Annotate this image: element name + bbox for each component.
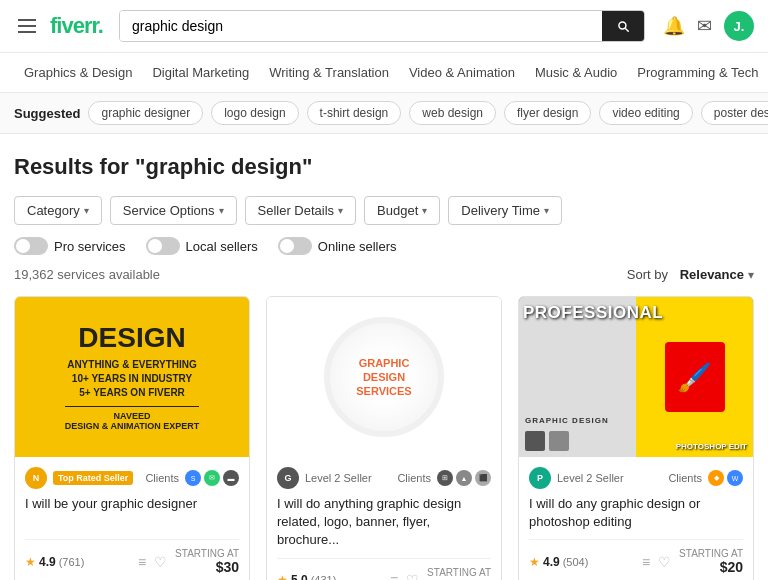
service-options-filter[interactable]: Service Options ▾ xyxy=(110,196,237,225)
client-icon-6: ⬛ xyxy=(475,470,491,486)
suggested-bar: Suggested graphic designer logo design t… xyxy=(0,93,768,134)
tag-web-design[interactable]: web design xyxy=(409,101,496,125)
results-title: Results for "graphic design" xyxy=(14,154,754,180)
card-2[interactable]: GRAPHICDESIGNSERVICES G Level 2 Seller C… xyxy=(266,296,502,580)
avatar[interactable]: J. xyxy=(724,11,754,41)
clients-label-1: Clients xyxy=(145,472,179,484)
results-count: 19,362 services available xyxy=(14,267,160,282)
card-2-title: I will do anything graphic design relate… xyxy=(277,495,491,550)
seller-avatar-2: G xyxy=(277,467,299,489)
star-icon-2: ★ xyxy=(277,573,288,580)
client-icon-5: ▲ xyxy=(456,470,472,486)
filters-row: Category ▾ Service Options ▾ Seller Deta… xyxy=(14,196,754,225)
heart-icon-2[interactable]: ♡ xyxy=(406,572,419,580)
review-count-1: (761) xyxy=(59,556,85,568)
budget-filter[interactable]: Budget ▾ xyxy=(364,196,440,225)
nav-item-digital-marketing[interactable]: Digital Marketing xyxy=(142,53,259,92)
starting-at-label-1: STARTING AT xyxy=(175,548,239,559)
star-icon-3: ★ xyxy=(529,555,540,569)
card-1-subtext: ANYTHING & EVERYTHING10+ YEARS IN INDUST… xyxy=(67,358,197,400)
level-2-badge-2: Level 2 Seller xyxy=(305,472,372,484)
list-icon-1[interactable]: ≡ xyxy=(138,554,146,570)
star-icon: ★ xyxy=(25,555,36,569)
heart-icon-3[interactable]: ♡ xyxy=(658,554,671,570)
online-sellers-toggle[interactable]: Online sellers xyxy=(278,237,397,255)
rating-value-2: 5.0 xyxy=(291,573,308,580)
card-3[interactable]: GRAPHIC DESIGN 🖌️ PROFESSIONAL PHOTOSHOP… xyxy=(518,296,754,580)
card-3-title: I will do any graphic design or photosho… xyxy=(529,495,743,531)
results-bar: 19,362 services available Sort by Releva… xyxy=(14,267,754,282)
chevron-down-icon: ▾ xyxy=(544,205,549,216)
client-icon-4: ⊞ xyxy=(437,470,453,486)
tag-poster-design[interactable]: poster design xyxy=(701,101,768,125)
cards-grid: DESIGN ANYTHING & EVERYTHING10+ YEARS IN… xyxy=(14,296,754,580)
search-bar xyxy=(119,10,645,42)
client-icon-1: S xyxy=(185,470,201,486)
category-nav: Graphics & Design Digital Marketing Writ… xyxy=(0,53,768,93)
hamburger-menu[interactable] xyxy=(14,15,40,37)
price-3: $20 xyxy=(679,559,743,575)
nav-item-writing[interactable]: Writing & Translation xyxy=(259,53,399,92)
toggles-row: Pro services Local sellers Online seller… xyxy=(14,237,754,255)
level-2-badge-3: Level 2 Seller xyxy=(557,472,624,484)
suggested-label: Suggested xyxy=(14,106,80,121)
tag-logo-design[interactable]: logo design xyxy=(211,101,298,125)
starting-at-label-3: STARTING AT xyxy=(679,548,743,559)
clients-label-2: Clients xyxy=(397,472,431,484)
search-button[interactable] xyxy=(602,11,644,41)
mail-icon[interactable]: ✉ xyxy=(697,15,712,37)
header: fiverr. 🔔 ✉ J. xyxy=(0,0,768,53)
list-icon-2[interactable]: ≡ xyxy=(390,572,398,580)
tag-video-editing[interactable]: video editing xyxy=(599,101,692,125)
card-3-overlay: PROFESSIONAL xyxy=(523,303,749,323)
nav-item-graphics[interactable]: Graphics & Design xyxy=(14,53,142,92)
nav-item-programming[interactable]: Programming & Tech xyxy=(627,53,768,92)
seller-avatar-1: N xyxy=(25,467,47,489)
local-sellers-toggle[interactable]: Local sellers xyxy=(146,237,258,255)
rating-value-1: 4.9 xyxy=(39,555,56,569)
chevron-down-icon: ▾ xyxy=(422,205,427,216)
client-icon-8: W xyxy=(727,470,743,486)
category-filter[interactable]: Category ▾ xyxy=(14,196,102,225)
heart-icon-1[interactable]: ♡ xyxy=(154,554,167,570)
chevron-down-icon: ▾ xyxy=(219,205,224,216)
card-1-headline: DESIGN xyxy=(78,323,185,354)
photoshop-edit-label: PHOTOSHOP EDIT xyxy=(676,442,747,451)
client-icon-3: ▬ xyxy=(223,470,239,486)
main-content: Results for "graphic design" Category ▾ … xyxy=(0,134,768,580)
clients-label-3: Clients xyxy=(668,472,702,484)
list-icon-3[interactable]: ≡ xyxy=(642,554,650,570)
bell-icon[interactable]: 🔔 xyxy=(663,15,685,37)
search-input[interactable] xyxy=(120,11,602,41)
tag-graphic-designer[interactable]: graphic designer xyxy=(88,101,203,125)
tag-tshirt-design[interactable]: t-shirt design xyxy=(307,101,402,125)
top-rated-badge: Top Rated Seller xyxy=(53,471,133,485)
review-count-2: (431) xyxy=(311,574,337,580)
price-1: $30 xyxy=(175,559,239,575)
client-icon-7: ◆ xyxy=(708,470,724,486)
client-icon-2: ✉ xyxy=(204,470,220,486)
seller-avatar-3: P xyxy=(529,467,551,489)
sort-by[interactable]: Sort by Relevance ▾ xyxy=(627,267,754,282)
review-count-3: (504) xyxy=(563,556,589,568)
rating-value-3: 4.9 xyxy=(543,555,560,569)
chevron-down-icon: ▾ xyxy=(84,205,89,216)
card-2-center-text: GRAPHICDESIGNSERVICES xyxy=(356,356,411,399)
chevron-down-icon: ▾ xyxy=(748,268,754,282)
card-1[interactable]: DESIGN ANYTHING & EVERYTHING10+ YEARS IN… xyxy=(14,296,250,580)
card-1-title: I will be your graphic designer xyxy=(25,495,239,531)
logo: fiverr. xyxy=(50,13,103,39)
chevron-down-icon: ▾ xyxy=(338,205,343,216)
nav-item-music[interactable]: Music & Audio xyxy=(525,53,627,92)
delivery-time-filter[interactable]: Delivery Time ▾ xyxy=(448,196,562,225)
starting-at-label-2: STARTING AT xyxy=(427,567,491,578)
card-1-name: NAVEEDDESIGN & ANIMATION EXPERT xyxy=(65,406,200,431)
tag-flyer-design[interactable]: flyer design xyxy=(504,101,591,125)
seller-details-filter[interactable]: Seller Details ▾ xyxy=(245,196,357,225)
nav-item-video[interactable]: Video & Animation xyxy=(399,53,525,92)
search-icon xyxy=(616,19,630,33)
pro-services-toggle[interactable]: Pro services xyxy=(14,237,126,255)
